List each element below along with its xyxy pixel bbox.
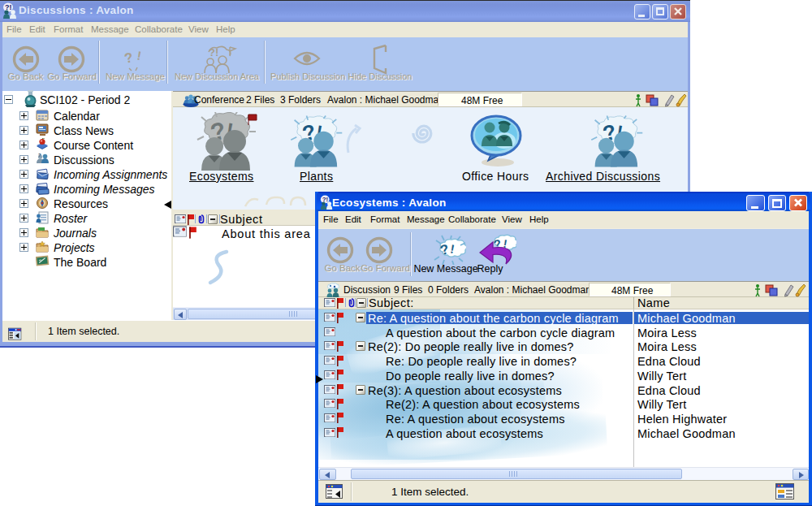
- svg-text:?!: ?!: [5, 3, 12, 11]
- svg-text:?: ?: [123, 50, 134, 67]
- svg-text:?!: ?!: [209, 46, 218, 58]
- svg-text:!: !: [136, 48, 142, 63]
- svg-text:?: ?: [38, 153, 41, 158]
